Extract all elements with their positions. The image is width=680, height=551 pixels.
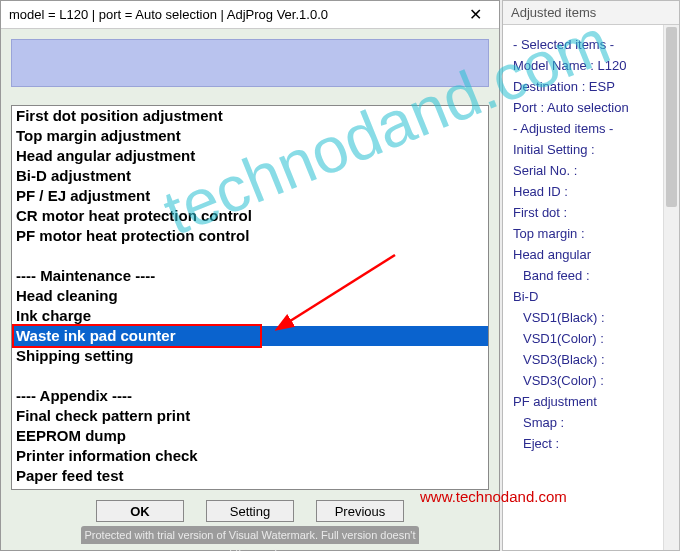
bi-d: Bi-D <box>513 289 669 304</box>
list-item[interactable]: Bi-D adjustment <box>12 166 488 186</box>
model-name: Model Name : L120 <box>513 58 669 73</box>
list-item[interactable]: Head angular adjustment <box>12 146 488 166</box>
list-item[interactable]: Final check pattern print <box>12 406 488 426</box>
pf-adjustment: PF adjustment <box>513 394 669 409</box>
vsd3-black: VSD3(Black) : <box>513 352 669 367</box>
smap: Smap : <box>513 415 669 430</box>
side-scrollbar-thumb[interactable] <box>666 27 677 207</box>
list-item[interactable]: Top margin adjustment <box>12 126 488 146</box>
window-title: model = L120 | port = Auto selection | A… <box>9 7 328 22</box>
serial-no: Serial No. : <box>513 163 669 178</box>
vsd3-color: VSD3(Color) : <box>513 373 669 388</box>
list-item[interactable]: PF motor heat protection control <box>12 226 488 246</box>
first-dot: First dot : <box>513 205 669 220</box>
close-button[interactable]: ✕ <box>457 4 493 26</box>
list-item[interactable] <box>12 246 488 266</box>
side-panel-title: Adjusted items <box>503 1 679 25</box>
previous-button[interactable]: Previous <box>316 500 404 522</box>
setting-button[interactable]: Setting <box>206 500 294 522</box>
client-area: First dot position adjustmentTop margin … <box>1 29 499 550</box>
adjusted-items-header: - Adjusted items - <box>513 121 669 136</box>
banner <box>11 39 489 87</box>
initial-setting: Initial Setting : <box>513 142 669 157</box>
trial-watermark-bar: Protected with trial version of Visual W… <box>81 526 419 544</box>
main-window: model = L120 | port = Auto selection | A… <box>0 0 500 551</box>
destination: Destination : ESP <box>513 79 669 94</box>
list-item[interactable]: CR motor heat protection control <box>12 206 488 226</box>
list-item[interactable]: ---- Appendix ---- <box>12 386 488 406</box>
list-item[interactable]: Printer information check <box>12 446 488 466</box>
side-scrollbar[interactable] <box>663 25 679 550</box>
list-item[interactable]: Head cleaning <box>12 286 488 306</box>
list-item[interactable]: Shipping setting <box>12 346 488 366</box>
vsd1-color: VSD1(Color) : <box>513 331 669 346</box>
list-item[interactable]: First dot position adjustment <box>12 106 488 126</box>
listbox-wrap: First dot position adjustmentTop margin … <box>11 105 489 490</box>
list-item[interactable]: ---- Maintenance ---- <box>12 266 488 286</box>
eject: Eject : <box>513 436 669 451</box>
head-id: Head ID : <box>513 184 669 199</box>
side-panel-body: - Selected items - Model Name : L120 Des… <box>503 25 679 550</box>
titlebar: model = L120 | port = Auto selection | A… <box>1 1 499 29</box>
list-item[interactable]: PF / EJ adjustment <box>12 186 488 206</box>
list-item[interactable]: Waste ink pad counter <box>12 326 488 346</box>
adjustment-listbox[interactable]: First dot position adjustmentTop margin … <box>12 106 488 489</box>
vsd1-black: VSD1(Black) : <box>513 310 669 325</box>
port: Port : Auto selection <box>513 100 669 115</box>
list-item[interactable] <box>12 366 488 386</box>
top-margin: Top margin : <box>513 226 669 241</box>
side-panel: Adjusted items - Selected items - Model … <box>502 0 680 551</box>
band-feed: Band feed : <box>513 268 669 283</box>
button-row: OK Setting Previous <box>11 490 489 526</box>
list-item[interactable]: Ink charge <box>12 306 488 326</box>
list-item[interactable]: EEPROM dump <box>12 426 488 446</box>
list-item[interactable]: Paper feed test <box>12 466 488 486</box>
ok-button[interactable]: OK <box>96 500 184 522</box>
head-angular: Head angular <box>513 247 669 262</box>
selected-items-header: - Selected items - <box>513 37 669 52</box>
